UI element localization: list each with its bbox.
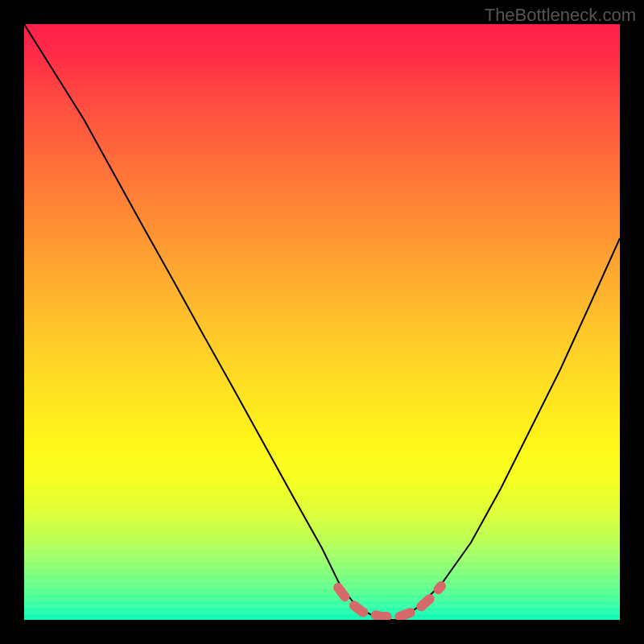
optimal-range-marker <box>338 586 441 617</box>
chart-svg <box>24 24 620 620</box>
watermark-text: TheBottleneck.com <box>485 5 636 26</box>
bottleneck-curve-line <box>24 24 620 620</box>
chart-plot-area <box>24 24 620 620</box>
